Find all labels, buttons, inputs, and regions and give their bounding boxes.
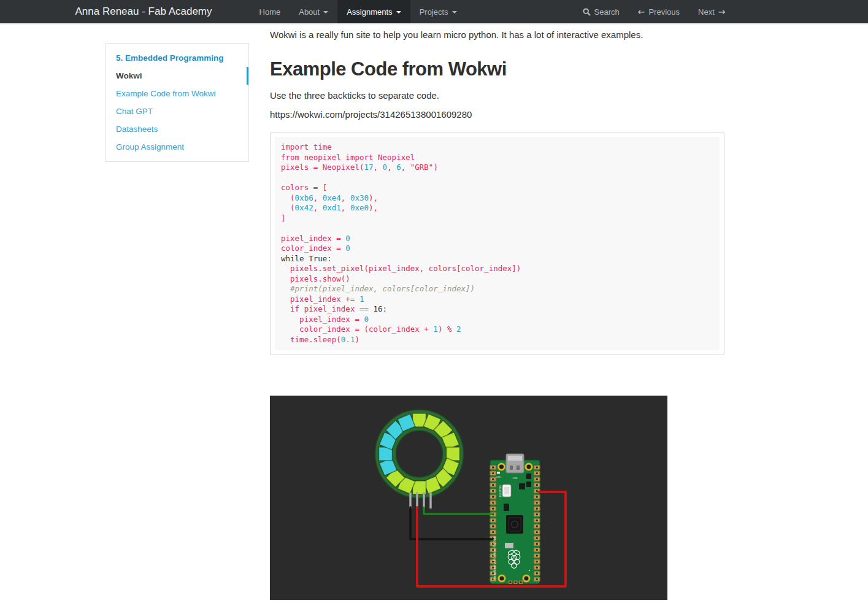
mounting-hole <box>499 575 505 581</box>
bootsel-button: BOOTSEL <box>499 485 511 497</box>
next-button[interactable]: Next → <box>689 0 734 23</box>
sidebar-item-chat-gpt[interactable]: Chat GPT <box>116 102 248 120</box>
usb-label: USB <box>513 477 518 480</box>
board-label: Raspberry Pi Pico ©2020 <box>493 536 496 580</box>
code-line: if pixel_index == 16: <box>281 304 713 315</box>
code-line <box>281 173 713 183</box>
sidebar-item-group-assignment[interactable]: Group Assignment <box>116 138 248 156</box>
board-pad <box>520 581 522 583</box>
backticks-note: Use the three backticks to separate code… <box>270 90 724 101</box>
small-chip <box>504 504 509 511</box>
onboard-led <box>497 472 500 474</box>
board-pad <box>492 525 494 527</box>
nav-item-label: About <box>299 7 320 17</box>
mounting-hole <box>523 575 529 581</box>
top-navbar: Anna Reneau - Fab Academy HomeAboutAssig… <box>0 0 868 25</box>
ring-pin <box>429 493 431 508</box>
board-pad <box>536 578 538 580</box>
mounting-hole <box>526 464 532 470</box>
sidebar-item-5-embedded-programming[interactable]: 5. Embedded Programming <box>116 49 248 67</box>
site-brand[interactable]: Anna Reneau - Fab Academy <box>75 0 212 23</box>
nav-item-about[interactable]: About <box>290 0 337 23</box>
code-line: import time <box>281 142 713 153</box>
code-block-container: import timefrom neopixel import Neopixel… <box>270 132 724 355</box>
board-pad <box>536 478 538 480</box>
board-pad <box>492 502 494 504</box>
navbar-links: HomeAboutAssignmentsProjects <box>250 0 466 23</box>
board-pad <box>536 496 538 497</box>
mounting-hole <box>499 464 505 470</box>
caret-down-icon <box>452 11 457 13</box>
search-label: Search <box>594 7 620 17</box>
code-line: pixel_index = 0 <box>281 234 713 244</box>
board-pad <box>536 554 538 556</box>
arrow-left-icon: ← <box>638 7 645 17</box>
code-line: from neopixel import Neopixel <box>281 153 713 163</box>
board-pad <box>536 513 538 515</box>
board-pad <box>492 531 494 533</box>
code-line <box>281 223 713 234</box>
board-pad <box>536 531 538 533</box>
sidebar-item-wokwi[interactable]: Wokwi <box>116 67 248 85</box>
board-pad <box>536 484 538 486</box>
board-pad <box>536 508 538 510</box>
previous-button[interactable]: ← Previous <box>629 0 689 23</box>
small-chip <box>519 483 525 489</box>
small-chip <box>526 481 531 487</box>
code-line: pixel_index += 1 <box>281 294 713 305</box>
code-line: time.sleep(0.1) <box>281 335 713 345</box>
code-line: pixels.show() <box>281 274 713 285</box>
intro-paragraph: Wokwi is a really fun site to help you l… <box>270 29 724 40</box>
code-line: pixels = Neopixel(17, 0, 6, "GRB") <box>281 163 713 173</box>
code-line: (0xb6, 0xe4, 0x30), <box>281 193 713 204</box>
nav-item-label: Assignments <box>347 7 392 17</box>
board-pad <box>492 520 494 521</box>
code-line: (0x42, 0xd1, 0xe0), <box>281 203 713 213</box>
ring-pin <box>409 493 411 508</box>
arrow-right-icon: → <box>718 7 726 17</box>
board-pad <box>536 466 538 468</box>
board-pad <box>492 496 494 497</box>
board-pad <box>492 472 494 474</box>
code-line: color_index = 0 <box>281 244 713 254</box>
navbar-container: Anna Reneau - Fab Academy HomeAboutAssig… <box>75 0 793 23</box>
board-pad <box>536 561 538 562</box>
code-line: ] <box>281 213 713 224</box>
board-pad <box>536 537 538 539</box>
next-label: Next <box>698 7 715 17</box>
wokwi-simulation-image: LED USB BOOTSEL <box>270 396 667 600</box>
page: Anna Reneau - Fab Academy HomeAboutAssig… <box>0 0 868 606</box>
code-line: pixels.set_pixel(pixel_index, colors[col… <box>281 264 713 274</box>
page-title: Example Code from Wokwi <box>270 58 724 80</box>
nav-item-assignments[interactable]: Assignments <box>337 0 410 23</box>
board-pad <box>492 508 494 510</box>
board-pad <box>492 484 494 486</box>
bootsel-label: BOOTSEL <box>499 485 502 497</box>
code-line: colors = [ <box>281 183 713 193</box>
code-line: while True: <box>281 254 713 264</box>
board-pad <box>515 581 517 583</box>
board-pad <box>536 472 538 474</box>
small-chip <box>526 474 531 479</box>
board-pad <box>536 520 538 521</box>
nav-item-label: Projects <box>420 7 448 17</box>
sidebar-item-example-code-from-wokwi[interactable]: Example Code from Wokwi <box>116 85 248 102</box>
code-line: #print(pixel_index, colors[color_index]) <box>281 284 713 294</box>
board-pad <box>536 502 538 504</box>
ring-pin <box>416 493 418 508</box>
usb-connector <box>506 454 524 473</box>
nav-item-home[interactable]: Home <box>250 0 290 23</box>
caret-down-icon <box>323 11 328 13</box>
project-url: https://wokwi.com/projects/3142651380016… <box>270 109 724 120</box>
board-pad <box>536 567 538 569</box>
previous-label: Previous <box>648 7 680 17</box>
search-icon <box>583 8 591 16</box>
sidebar-item-datasheets[interactable]: Datasheets <box>116 120 248 138</box>
board-pad <box>536 572 538 574</box>
nav-item-label: Home <box>259 7 281 17</box>
toc-sidebar: 5. Embedded ProgrammingWokwiExample Code… <box>105 43 249 162</box>
nav-item-projects[interactable]: Projects <box>410 0 466 23</box>
led-label: LED <box>496 476 501 478</box>
search-button[interactable]: Search <box>574 0 629 23</box>
board-pad <box>492 466 494 468</box>
